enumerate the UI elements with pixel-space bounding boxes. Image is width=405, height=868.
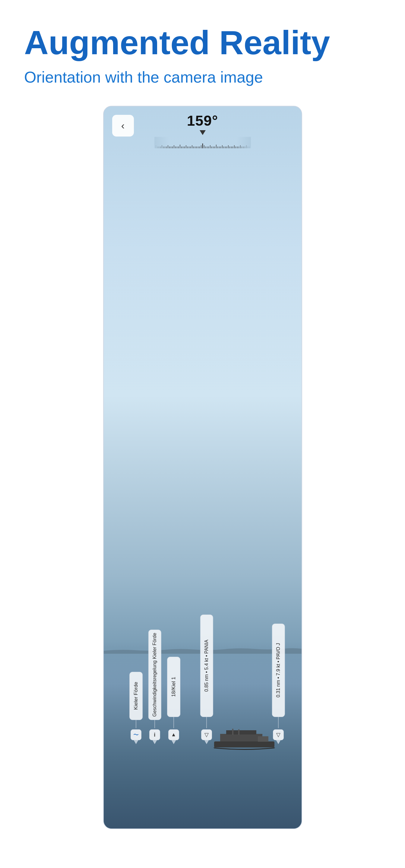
compass-bar: 159° (154, 113, 251, 148)
subtitle: Orientation with the camera image (24, 67, 381, 88)
label-line (206, 717, 207, 728)
compass-ticks (154, 137, 251, 148)
label-pania[interactable]: 0.85 nm • 5.4 kt • PANIA ▽ (200, 615, 213, 744)
header-section: Augmented Reality Orientation with the c… (24, 24, 381, 88)
pavo-j-ship-icon[interactable]: ▽ (273, 730, 284, 740)
back-button[interactable]: ‹ (112, 115, 134, 136)
main-title: Augmented Reality (24, 24, 381, 61)
label-kiel1[interactable]: 18/Kiel 1 ▲ (167, 657, 180, 744)
label-line (173, 717, 174, 728)
ar-screenshot: ‹ 159° (103, 106, 302, 829)
label-pavo-j-text: 0.31 nm • 7.9 kt • PAVO J (272, 624, 285, 717)
pania-ship-icon[interactable]: ▽ (201, 730, 212, 740)
back-icon: ‹ (121, 120, 124, 131)
page-container: Augmented Reality Orientation with the c… (0, 0, 405, 868)
triangle-up-icon[interactable]: ▲ (168, 730, 179, 740)
ar-labels: Kieler Förde 〜 Geschwindigkeitsregelung … (104, 533, 301, 744)
label-kiel1-text: 18/Kiel 1 (167, 657, 180, 717)
compass-arrow (200, 130, 206, 135)
label-line (136, 720, 136, 728)
label-pania-text: 0.85 nm • 5.4 kt • PANIA (200, 615, 213, 717)
compass-degree: 159° (154, 113, 251, 129)
info-icon[interactable]: i (149, 730, 160, 740)
label-kiel-foerde[interactable]: Kieler Förde 〜 (129, 672, 143, 744)
pin-pointer (204, 740, 209, 744)
pin-pointer (171, 740, 176, 744)
label-kiel-foerde-text: Kieler Förde (129, 672, 143, 720)
svg-rect-69 (154, 137, 251, 148)
label-geschwindigkeit[interactable]: Geschwindigkeitsregelung Kieler Förde i (148, 629, 161, 744)
pin-pointer (276, 740, 281, 744)
label-geschwindigkeit-text: Geschwindigkeitsregelung Kieler Förde (148, 629, 161, 720)
kiel-foerde-wave-icon[interactable]: 〜 (131, 730, 141, 740)
label-line (154, 720, 155, 728)
pin-pointer (152, 740, 157, 744)
pin-pointer (134, 740, 138, 744)
label-pavo-j[interactable]: 0.31 nm • 7.9 kt • PAVO J ▽ (272, 624, 285, 744)
label-line (278, 717, 279, 728)
